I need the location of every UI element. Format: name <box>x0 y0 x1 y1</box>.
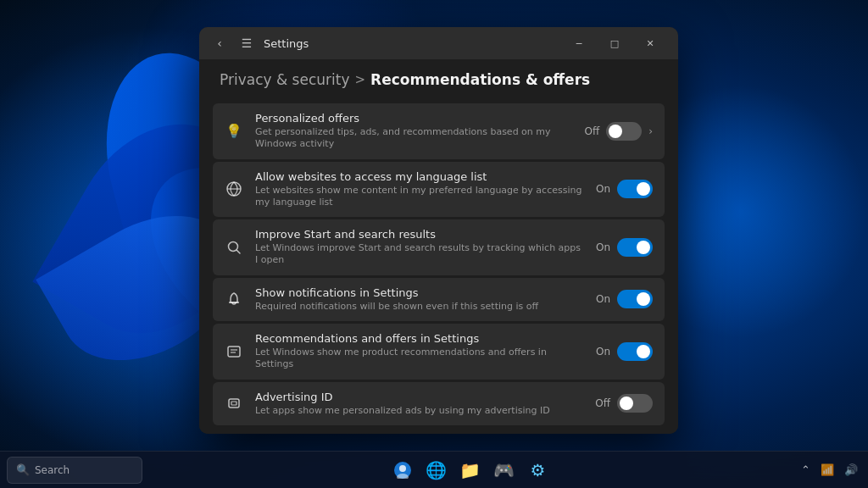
setting-item-advertising-id[interactable]: Advertising ID Let apps show me personal… <box>213 382 665 425</box>
setting-icon-language-list <box>225 180 243 198</box>
toggle-advertising-id[interactable] <box>617 394 653 413</box>
taskbar-icon-settings[interactable]: ⚙️ <box>523 455 554 485</box>
setting-text-advertising-id: Advertising ID Let apps show me personal… <box>255 391 583 417</box>
setting-description-personalized-offers: Get personalized tips, ads, and recommen… <box>255 126 572 151</box>
search-text: Search <box>35 464 70 476</box>
breadcrumb: Privacy & security > Recommendations & o… <box>220 71 658 88</box>
toggle-personalized-offers[interactable] <box>606 122 642 141</box>
setting-control-advertising-id: Off <box>595 394 653 413</box>
setting-text-recommendations-offers: Recommendations and offers in Settings L… <box>255 332 584 371</box>
taskbar-icon-files[interactable]: 📁 <box>455 455 486 485</box>
setting-description-language-list: Let websites show me content in my prefe… <box>255 185 584 209</box>
setting-icon-search-results <box>225 238 243 257</box>
setting-title-language-list: Allow websites to access my language lis… <box>255 170 584 183</box>
back-button[interactable]: ‹ <box>209 33 230 53</box>
setting-icon-recommendations-offers <box>225 342 243 361</box>
setting-description-notifications: Required notifications will be shown eve… <box>255 301 584 313</box>
toggle-notifications[interactable] <box>617 290 653 308</box>
toggle-label-recommendations-offers: On <box>596 346 610 358</box>
setting-text-personalized-offers: Personalized offers Get personalized tip… <box>255 112 572 151</box>
setting-icon-personalized-offers: 💡 <box>225 122 243 141</box>
taskbar-icon-edge[interactable]: 🌐 <box>421 455 452 485</box>
breadcrumb-parent[interactable]: Privacy & security <box>220 71 350 88</box>
minimize-button[interactable]: ─ <box>561 30 597 56</box>
taskbar-search[interactable]: 🔍 Search <box>7 457 142 484</box>
search-icon: 🔍 <box>16 463 30 476</box>
taskbar-volume-icon[interactable]: 🔊 <box>841 460 861 480</box>
setting-title-search-results: Improve Start and search results <box>255 228 584 241</box>
content-area[interactable]: 💡 Personalized offers Get personalized t… <box>199 97 678 434</box>
svg-rect-5 <box>228 347 240 357</box>
svg-line-3 <box>237 250 241 253</box>
window-controls: ─ □ ✕ <box>561 30 668 56</box>
setting-text-language-list: Allow websites to access my language lis… <box>255 170 584 209</box>
setting-item-notifications[interactable]: Show notifications in Settings Required … <box>213 278 665 321</box>
taskbar-right: ⌃ 📶 🔊 <box>798 460 861 480</box>
setting-icon-advertising-id <box>225 394 243 413</box>
toggle-search-results[interactable] <box>617 238 653 257</box>
maximize-button[interactable]: □ <box>597 30 632 56</box>
taskbar-icon-avatar[interactable] <box>387 455 418 485</box>
toggle-label-notifications: On <box>596 293 610 305</box>
window-title: Settings <box>264 37 309 50</box>
chevron-icon-personalized-offers: › <box>648 125 653 137</box>
toggle-label-advertising-id: Off <box>595 397 610 409</box>
setting-icon-notifications <box>225 290 243 308</box>
close-button[interactable]: ✕ <box>632 30 668 56</box>
toggle-label-personalized-offers: Off <box>584 125 599 137</box>
taskbar-icon-store[interactable]: 🎮 <box>489 455 520 485</box>
svg-rect-8 <box>229 399 239 408</box>
setting-control-personalized-offers: Off › <box>584 122 653 141</box>
setting-title-notifications: Show notifications in Settings <box>255 286 584 299</box>
setting-item-recommendations-offers[interactable]: Recommendations and offers in Settings L… <box>213 324 665 380</box>
setting-control-language-list: On <box>596 180 653 198</box>
title-bar-left: ‹ ☰ Settings <box>209 33 309 53</box>
toggle-language-list[interactable] <box>617 180 653 198</box>
breadcrumb-current: Recommendations & offers <box>370 71 590 88</box>
setting-control-recommendations-offers: On <box>596 342 653 361</box>
setting-item-personalized-offers[interactable]: 💡 Personalized offers Get personalized t… <box>213 103 665 159</box>
taskbar-center: 🌐 📁 🎮 ⚙️ <box>142 455 798 485</box>
svg-point-11 <box>399 465 406 472</box>
setting-title-personalized-offers: Personalized offers <box>255 112 572 125</box>
setting-item-search-results[interactable]: Improve Start and search results Let Win… <box>213 219 665 275</box>
toggle-label-language-list: On <box>596 183 610 195</box>
svg-rect-9 <box>231 402 236 405</box>
setting-description-advertising-id: Let apps show me personalized ads by usi… <box>255 405 583 417</box>
setting-control-notifications: On <box>596 290 653 308</box>
setting-title-advertising-id: Advertising ID <box>255 391 583 403</box>
settings-window: ‹ ☰ Settings ─ □ ✕ Privacy & security > … <box>199 27 678 434</box>
toggle-label-search-results: On <box>596 241 610 253</box>
breadcrumb-separator: > <box>355 72 366 87</box>
toggle-recommendations-offers[interactable] <box>617 342 653 361</box>
setting-text-notifications: Show notifications in Settings Required … <box>255 286 584 313</box>
page-header: Privacy & security > Recommendations & o… <box>199 59 678 97</box>
svg-point-2 <box>229 241 238 251</box>
setting-title-recommendations-offers: Recommendations and offers in Settings <box>255 332 584 345</box>
taskbar-network-icon[interactable]: ⌃ <box>798 460 814 480</box>
setting-control-search-results: On <box>596 238 653 257</box>
taskbar: 🔍 Search 🌐 📁 🎮 ⚙️ ⌃ 📶 🔊 <box>0 451 868 488</box>
taskbar-wifi-icon[interactable]: 📶 <box>817 460 837 480</box>
setting-description-search-results: Let Windows improve Start and search res… <box>255 242 584 267</box>
menu-button[interactable]: ☰ <box>236 33 257 53</box>
setting-item-language-list[interactable]: Allow websites to access my language lis… <box>213 162 665 218</box>
title-bar: ‹ ☰ Settings ─ □ ✕ <box>199 27 678 59</box>
setting-description-recommendations-offers: Let Windows show me product recommendati… <box>255 347 584 371</box>
setting-text-search-results: Improve Start and search results Let Win… <box>255 228 584 267</box>
